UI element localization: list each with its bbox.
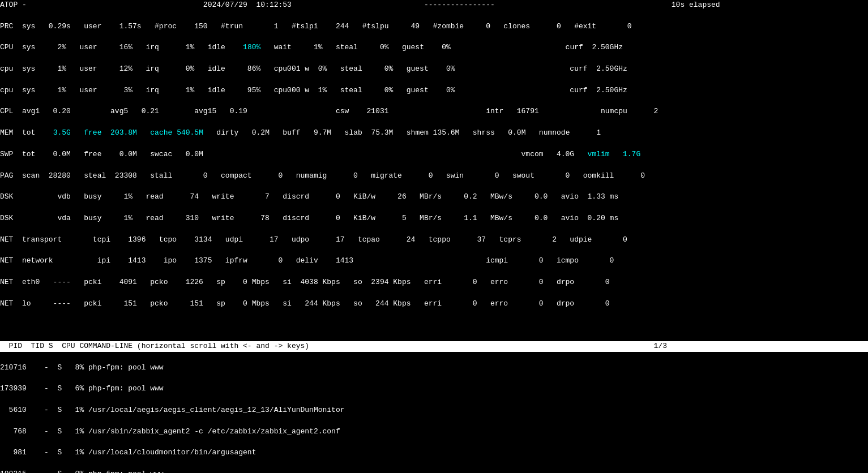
- atop-title: ATOP - 2024/07/29 10:12:53 -------------…: [0, 1, 720, 9]
- process-header: PID TID S CPU COMMAND-LINE (horizontal s…: [0, 341, 868, 352]
- process-row: 190315 - S 0% php-fpm: pool www: [0, 469, 868, 473]
- process-row: 5610 - S 1% /usr/local/aegis/aegis_clien…: [0, 405, 868, 416]
- process-row: 768 - S 1% /usr/sbin/zabbix_agent2 -c /e…: [0, 427, 868, 437]
- process-row: 173939 - S 6% php-fpm: pool www: [0, 384, 868, 394]
- process-row: 210716 - S 8% php-fpm: pool www: [0, 363, 868, 373]
- terminal: ATOP - 2024/07/29 10:12:53 -------------…: [0, 0, 868, 473]
- process-row: 981 - S 1% /usr/local/cloudmonitor/bin/a…: [0, 448, 868, 458]
